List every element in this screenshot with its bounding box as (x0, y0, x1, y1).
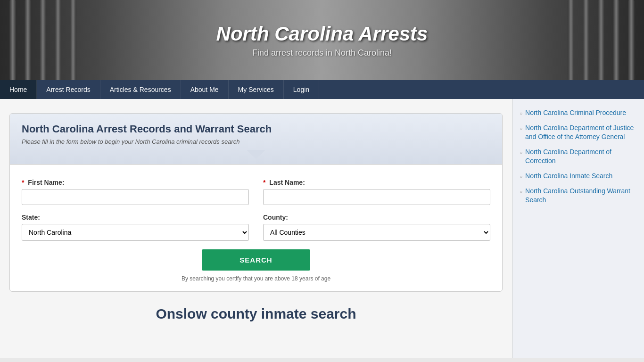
county-group: County: All Counties (263, 214, 490, 241)
bullet-4: ○ (520, 173, 522, 180)
county-label: County: (263, 214, 490, 221)
bar-9 (613, 0, 619, 80)
header-bars-right (540, 0, 644, 80)
header-text-block: North Carolina Arrests Find arrest recor… (216, 23, 428, 58)
sidebar-link-label-5: North Carolina Outstanding Warrant Searc… (525, 187, 637, 205)
required-star-first: * (22, 179, 24, 186)
state-label: State: (22, 214, 249, 221)
sidebar-link-inmate-search[interactable]: ○ North Carolina Inmate Search (520, 172, 637, 181)
nav-item-services[interactable]: My Services (229, 80, 284, 99)
state-group: State: North Carolina (22, 214, 249, 241)
location-row: State: North Carolina County: All Counti… (22, 214, 490, 241)
bullet-3: ○ (520, 149, 522, 156)
sidebar-link-warrant-search[interactable]: ○ North Carolina Outstanding Warrant Sea… (520, 187, 637, 205)
first-name-label: * First Name: (22, 179, 249, 186)
bar-1 (9, 0, 16, 80)
sidebar-link-dept-justice[interactable]: ○ North Carolina Department of Justice a… (520, 123, 637, 142)
bullet-2: ○ (520, 125, 522, 132)
search-disclaimer: By searching you certify that you are ab… (182, 275, 330, 282)
first-name-group: * First Name: (22, 179, 249, 205)
county-select[interactable]: All Counties (263, 224, 490, 241)
sidebar-link-label-2: North Carolina Department of Justice and… (525, 123, 637, 142)
nav-item-articles[interactable]: Articles & Resources (100, 80, 181, 99)
header-bars-left (0, 0, 104, 80)
last-name-label: * Last Name: (263, 179, 490, 186)
state-select[interactable]: North Carolina (22, 224, 249, 241)
sidebar-link-label-4: North Carolina Inmate Search (525, 172, 612, 181)
bar-10 (628, 0, 635, 80)
bar-3 (40, 0, 46, 80)
search-card-header: North Carolina Arrest Records and Warran… (10, 114, 502, 165)
nav-item-login[interactable]: Login (284, 80, 319, 99)
required-star-last: * (263, 179, 265, 186)
first-name-input[interactable] (22, 189, 249, 205)
main-content: North Carolina Arrest Records and Warran… (0, 99, 512, 358)
sidebar-link-dept-correction[interactable]: ○ North Carolina Department of Correctio… (520, 148, 637, 166)
sidebar-link-label-1: North Carolina Criminal Procedure (525, 108, 626, 118)
last-name-input[interactable] (263, 189, 490, 205)
bullet-5: ○ (520, 189, 522, 195)
bar-7 (583, 0, 589, 80)
search-btn-row: SEARCH By searching you certify that you… (22, 249, 490, 282)
main-layout: North Carolina Arrest Records and Warran… (0, 99, 644, 358)
search-form-area: * First Name: * Last Name: (10, 165, 502, 291)
section-heading: Onslow county inmate search (9, 306, 503, 322)
search-card: North Carolina Arrest Records and Warran… (9, 113, 503, 292)
bar-8 (598, 0, 604, 80)
nav-item-about[interactable]: About Me (181, 80, 229, 99)
bar-2 (25, 0, 31, 80)
bar-4 (55, 0, 61, 80)
site-subtitle: Find arrest records in North Carolina! (216, 48, 428, 58)
last-name-group: * Last Name: (263, 179, 490, 205)
sidebar-link-criminal-procedure[interactable]: ○ North Carolina Criminal Procedure (520, 108, 637, 118)
sidebar: ○ North Carolina Criminal Procedure ○ No… (512, 99, 644, 358)
search-card-title: North Carolina Arrest Records and Warran… (22, 123, 490, 135)
bar-6 (568, 0, 574, 80)
nav-item-arrest-records[interactable]: Arrest Records (37, 80, 100, 99)
site-title: North Carolina Arrests (216, 23, 428, 45)
site-header: North Carolina Arrests Find arrest recor… (0, 0, 644, 80)
search-button[interactable]: SEARCH (202, 249, 310, 271)
bullet-1: ○ (520, 110, 522, 117)
nav-item-home[interactable]: Home (0, 80, 37, 99)
main-nav: Home Arrest Records Articles & Resources… (0, 80, 644, 99)
bar-5 (70, 0, 76, 80)
name-row: * First Name: * Last Name: (22, 179, 490, 205)
search-card-subtitle: Please fill in the form below to begin y… (22, 138, 490, 145)
sidebar-link-label-3: North Carolina Department of Correction (525, 148, 637, 166)
